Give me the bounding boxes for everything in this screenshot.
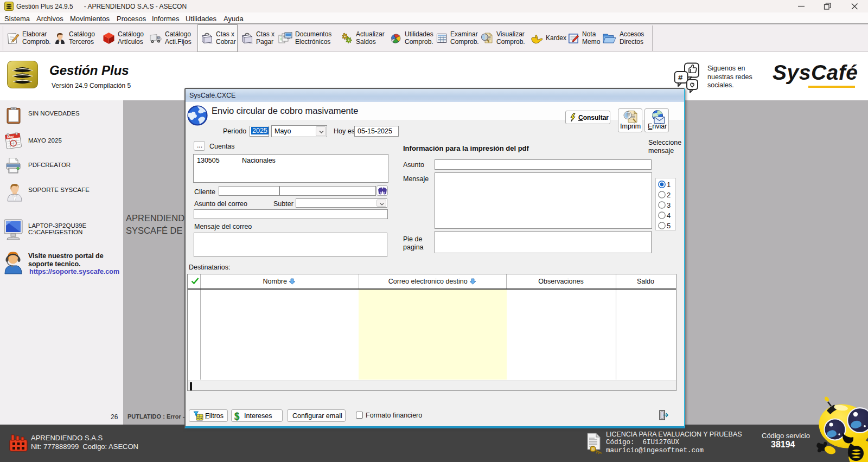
svg-text:$: $: [234, 411, 240, 421]
svg-text:1: 1: [667, 181, 671, 189]
svg-text:5: 5: [667, 222, 671, 230]
svg-text:2: 2: [667, 191, 671, 199]
svg-text:4: 4: [667, 211, 671, 220]
svg-text:#: #: [678, 73, 683, 82]
svg-text:3: 3: [667, 201, 671, 209]
